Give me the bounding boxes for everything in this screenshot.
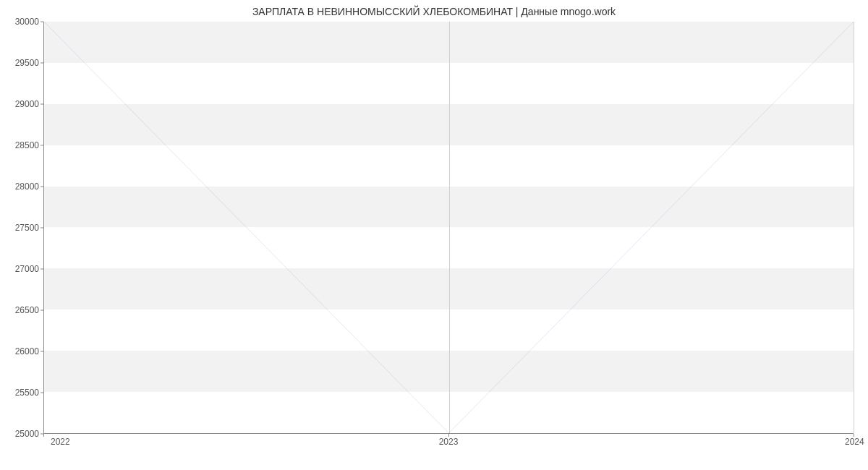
y-tick-label: 25000 <box>3 429 39 439</box>
y-tick-mark <box>41 187 43 187</box>
x-tick-label: 2023 <box>439 437 459 447</box>
plot-area <box>43 22 854 434</box>
data-line <box>44 22 854 433</box>
y-tick-mark <box>41 145 43 146</box>
y-tick-label: 26000 <box>3 346 39 356</box>
x-tick-mark <box>43 434 44 437</box>
y-tick-mark <box>41 351 43 352</box>
chart-title: ЗАРПЛАТА В НЕВИННОМЫССКИЙ ХЛЕБОКОМБИНАТ … <box>0 6 868 17</box>
y-tick-mark <box>41 228 43 228</box>
y-tick-mark <box>41 104 43 105</box>
y-tick-label: 28500 <box>3 140 39 150</box>
x-tick-label: 2024 <box>845 437 864 447</box>
y-tick-label: 25500 <box>3 388 39 398</box>
y-tick-label: 29000 <box>3 99 39 109</box>
y-tick-label: 27500 <box>3 223 39 233</box>
gridline-vertical <box>854 22 854 433</box>
y-tick-label: 26500 <box>3 305 39 315</box>
y-tick-label: 30000 <box>3 17 39 27</box>
y-tick-label: 28000 <box>3 181 39 192</box>
x-tick-label: 2022 <box>51 437 70 447</box>
y-tick-mark <box>41 22 43 22</box>
y-tick-mark <box>41 393 43 393</box>
y-tick-label: 29500 <box>3 58 39 68</box>
y-tick-label: 27000 <box>3 264 39 274</box>
y-tick-mark <box>41 63 43 64</box>
y-tick-mark <box>41 269 43 270</box>
chart-container: ЗАРПЛАТА В НЕВИННОМЫССКИЙ ХЛЕБОКОМБИНАТ … <box>0 0 868 470</box>
y-tick-mark <box>41 310 43 311</box>
